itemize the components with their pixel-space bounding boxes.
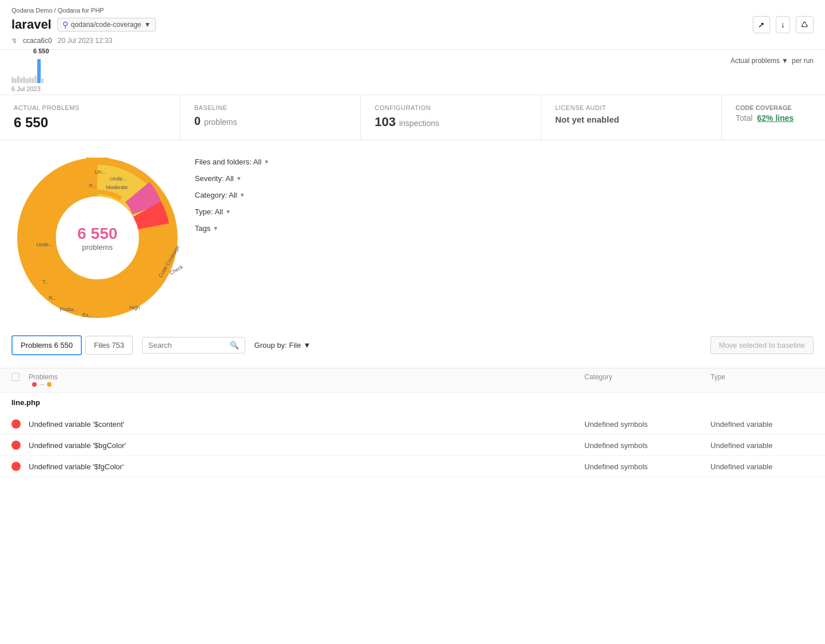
chevron-down-icon: ▼ xyxy=(264,159,269,165)
tab-files[interactable]: Files 753 xyxy=(85,336,133,355)
baseline-sub: problems xyxy=(204,117,237,127)
stat-card-actual-problems: ACTUAL PROBLEMS 6 550 xyxy=(0,95,180,140)
breadcrumb: Qodana Demo / Qodana for PHP xyxy=(11,7,814,14)
chart-bar xyxy=(26,78,28,83)
commit-icon: ↯ xyxy=(11,37,17,45)
donut-text: problems xyxy=(77,243,117,252)
move-to-baseline-button[interactable]: Move selected to baseline xyxy=(710,336,814,354)
chevron-down-icon: ▼ xyxy=(781,57,788,65)
filter-severity[interactable]: Severity: All ▼ xyxy=(195,174,269,183)
baseline-label: BASELINE xyxy=(194,104,347,111)
error-icon: ❌ xyxy=(11,419,21,429)
filter-tags[interactable]: Tags ▼ xyxy=(195,224,269,233)
dot-red xyxy=(32,382,37,387)
table-rows-container: ❌ Undefined variable '$content' Undefine… xyxy=(0,414,825,477)
configuration-sub: inspections xyxy=(399,119,439,128)
chart-bar xyxy=(14,78,17,83)
row-category-text: Undefined symbols xyxy=(584,441,710,450)
tab-problems[interactable]: Problems 6 550 xyxy=(11,335,82,355)
row-type-text: Undefined variable xyxy=(710,420,814,429)
row-icon-cell: ❌ xyxy=(11,419,29,429)
select-all-checkbox[interactable] xyxy=(11,373,19,381)
chevron-down-icon: ▼ xyxy=(239,192,245,198)
label-unde: Unde... xyxy=(110,176,127,182)
branch-badge[interactable]: ⚲ qodana/code-coverage ▼ xyxy=(57,18,156,32)
stat-card-coverage: Code coverage Total 62% lines xyxy=(722,95,825,140)
chevron-down-icon: ▼ xyxy=(213,225,218,231)
tabs-row: Problems 6 550 Files 753 🔍 Group by: Fil… xyxy=(11,335,814,355)
actual-problems-value: 6 550 xyxy=(14,115,166,131)
row-icon-cell: ❌ xyxy=(11,441,29,450)
main-content: Un... Unde... Moderate P... Unde... T...… xyxy=(0,140,825,335)
actual-problems-dropdown[interactable]: Actual problems ▼ xyxy=(730,57,788,65)
label-ex: Ex... xyxy=(82,312,93,318)
chart-bar xyxy=(34,76,37,83)
col-problems-header: Problems → xyxy=(29,373,584,387)
filters-panel: Files and folders: All ▼ Severity: All ▼… xyxy=(195,152,269,324)
search-input[interactable] xyxy=(148,341,226,350)
search-icon: 🔍 xyxy=(230,341,239,350)
coverage-total-label: Total xyxy=(736,113,753,123)
table-row[interactable]: ❌ Undefined variable '$fgColor' Undefine… xyxy=(0,456,825,477)
row-type-text: Undefined variable xyxy=(710,441,814,450)
chart-controls: Actual problems ▼ per run xyxy=(730,57,814,65)
configuration-value: 103 xyxy=(375,115,396,129)
group-by-dropdown[interactable]: Group by: File ▼ xyxy=(254,341,311,350)
title-row: laravel ⚲ qodana/code-coverage ▼ ➚ ↓ ♺ xyxy=(11,16,814,33)
col-problems-label: Problems xyxy=(29,373,58,381)
donut-pink-seg xyxy=(138,192,147,209)
chevron-down-icon: ▼ xyxy=(303,341,311,350)
error-icon: ❌ xyxy=(11,441,21,450)
coverage-percentage: 62% lines xyxy=(757,113,793,123)
external-link-button[interactable]: ➚ xyxy=(753,16,770,33)
baseline-value: 0 xyxy=(194,115,201,128)
coverage-label: Code coverage xyxy=(736,104,811,111)
branch-icon: ⚲ xyxy=(62,20,68,29)
label-high: High xyxy=(129,305,140,311)
file-name: line.php xyxy=(11,398,814,407)
search-box[interactable]: 🔍 xyxy=(142,337,245,354)
branch-label: qodana/code-coverage xyxy=(71,21,142,29)
globe-button[interactable]: ♺ xyxy=(796,16,814,33)
row-icon-cell: ❌ xyxy=(11,462,29,471)
label-t: T... xyxy=(42,279,49,285)
table-row[interactable]: ❌ Undefined variable '$content' Undefine… xyxy=(0,414,825,435)
dots-filter: → xyxy=(32,381,584,387)
donut-red-seg xyxy=(147,209,154,226)
chart-date: 6 Jul 2023 xyxy=(11,85,814,92)
filter-category-label: Category: All xyxy=(195,191,237,199)
commit-hash: ccaca6c0 xyxy=(23,37,52,45)
donut-center: 6 550 problems xyxy=(77,225,117,252)
checkbox-all[interactable] xyxy=(11,373,29,387)
stats-row: ACTUAL PROBLEMS 6 550 BASELINE 0 problem… xyxy=(0,95,825,140)
table-row[interactable]: ❌ Undefined variable '$bgColor' Undefine… xyxy=(0,435,825,456)
filter-files-folders[interactable]: Files and folders: All ▼ xyxy=(195,158,269,166)
row-problem-text: Undefined variable '$bgColor' xyxy=(29,441,584,450)
filter-type[interactable]: Type: All ▼ xyxy=(195,207,269,216)
tabs-section: Problems 6 550 Files 753 🔍 Group by: Fil… xyxy=(0,335,825,368)
row-category-text: Undefined symbols xyxy=(584,420,710,429)
chart-bar xyxy=(11,77,14,83)
stat-card-baseline: BASELINE 0 problems xyxy=(180,95,361,140)
license-audit-value: Not yet enabled xyxy=(555,115,708,124)
chart-bar xyxy=(23,77,25,83)
dot-yellow xyxy=(47,382,52,387)
project-title: laravel xyxy=(11,17,52,32)
commit-row: ↯ ccaca6c0 20 Jul 2023 12:33 xyxy=(11,37,814,45)
chart-section: 6 550 6 Jul 2023 Actual problems ▼ per r… xyxy=(0,50,825,95)
chevron-down-icon: ▼ xyxy=(144,21,151,29)
per-run-label: per run xyxy=(792,57,814,65)
label-p: P... xyxy=(89,183,96,189)
col-category-header: Category xyxy=(584,373,710,387)
license-audit-label: LICENSE AUDIT xyxy=(555,104,708,111)
chart-tooltip: 6 550 xyxy=(33,48,49,54)
label-un: Un... xyxy=(95,169,105,175)
table-header: Problems → Category Type xyxy=(0,368,825,392)
chevron-down-icon: ▼ xyxy=(225,209,231,215)
filter-type-label: Type: All xyxy=(195,207,223,216)
stat-card-configuration: CONFIGURATION 103 inspections xyxy=(361,95,541,140)
filter-category[interactable]: Category: All ▼ xyxy=(195,191,269,199)
download-button[interactable]: ↓ xyxy=(776,16,790,33)
label-proba: Proba... xyxy=(60,307,78,312)
file-group: line.php xyxy=(0,392,825,414)
